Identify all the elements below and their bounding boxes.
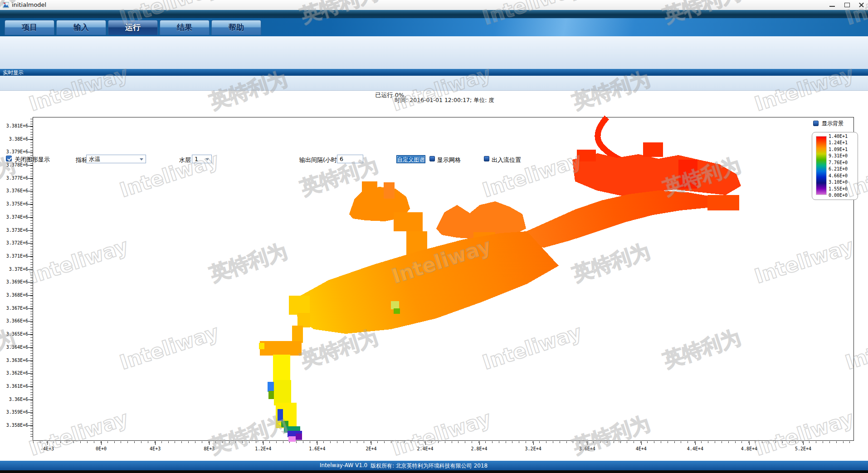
y-tick-mark xyxy=(28,295,33,296)
bottom-strip xyxy=(0,470,868,473)
x-axis-minor-ticks xyxy=(33,441,853,443)
x-tick-mark xyxy=(263,441,263,445)
window-title: initialmodel xyxy=(12,1,46,8)
x-tick-mark xyxy=(317,441,317,445)
y-tick-mark xyxy=(28,386,33,387)
app-window: initialmodel 项目输入运行结果帮助 环评/预警 运行模型 已运行 0… xyxy=(0,0,868,473)
y-tick-label: 3.364E+6 xyxy=(2,345,28,350)
legend-value: 1.09E+1 xyxy=(829,147,856,152)
y-tick-label: 3.361E+6 xyxy=(2,384,28,389)
y-tick-label: 3.381E+6 xyxy=(2,123,28,128)
y-tick-label: 3.36E+6 xyxy=(2,397,28,402)
x-tick-mark xyxy=(209,441,210,445)
y-tick-mark xyxy=(28,178,33,179)
tab-project[interactable]: 项目 xyxy=(5,20,54,35)
x-tick-label: 4E+3 xyxy=(139,446,171,451)
realtime-section-title: 实时显示 xyxy=(3,69,24,76)
x-tick-label: -4E+3 xyxy=(31,446,63,451)
y-tick-mark xyxy=(28,321,33,322)
top-band xyxy=(0,10,868,18)
y-tick-label: 3.376E+6 xyxy=(2,188,28,193)
realtime-controls-row: 关闭图形显示 指标 水温 水层 1 输出间隔(小时) 6 自定义图谱 显示网格 … xyxy=(0,76,868,91)
x-tick-mark xyxy=(47,441,48,445)
y-tick-mark xyxy=(28,282,33,283)
legend-value: 1.40E+1 xyxy=(829,134,856,139)
x-tick-mark xyxy=(425,441,426,445)
y-tick-mark xyxy=(28,230,33,231)
legend-color-scale xyxy=(816,136,827,195)
run-toolbar: 运行模型 已运行 0%。 暂停运行 终止运行 错误信息 xyxy=(0,36,868,69)
y-tick-mark xyxy=(28,256,33,257)
simulation-time-label: 时间: 2016-01-01 12:00:17; 单位: 度 xyxy=(354,97,535,104)
y-tick-mark xyxy=(28,165,33,166)
x-tick-label: 5.2E+4 xyxy=(787,446,819,451)
y-tick-mark xyxy=(28,347,33,348)
y-tick-mark xyxy=(28,152,33,152)
legend-value: 3.10E+0 xyxy=(829,180,856,185)
y-tick-mark xyxy=(28,334,33,335)
y-axis-minor-ticks xyxy=(30,119,33,439)
legend-value: 6.21E+0 xyxy=(829,166,856,171)
tab-input[interactable]: 输入 xyxy=(56,20,106,35)
y-tick-mark xyxy=(28,308,33,309)
x-tick-label: 2.8E+4 xyxy=(463,446,495,451)
x-tick-label: 1.6E+4 xyxy=(301,446,333,451)
y-tick-label: 3.373E+6 xyxy=(2,228,28,233)
y-tick-label: 3.374E+6 xyxy=(2,215,28,219)
y-tick-mark xyxy=(28,412,33,413)
x-tick-label: 1.2E+4 xyxy=(247,446,279,451)
close-icon[interactable] xyxy=(854,0,868,10)
x-tick-label: 2E+4 xyxy=(355,446,387,451)
y-tick-label: 3.378E+6 xyxy=(2,162,28,167)
x-tick-label: 0E+0 xyxy=(85,446,117,451)
legend-value: 4.66E+0 xyxy=(829,173,856,178)
legend-value: 9.31E+0 xyxy=(829,153,856,158)
y-tick-label: 3.362E+6 xyxy=(2,371,28,375)
tab-help[interactable]: 帮助 xyxy=(211,20,261,35)
tab-run[interactable]: 运行 xyxy=(108,20,158,35)
title-bar: initialmodel xyxy=(0,0,868,10)
tab-bar: 项目输入运行结果帮助 环评/预警 xyxy=(0,18,868,36)
y-tick-mark xyxy=(28,126,33,127)
y-tick-label: 3.371E+6 xyxy=(2,254,28,258)
minimize-icon[interactable] xyxy=(825,0,839,10)
y-tick-mark xyxy=(28,191,33,191)
y-tick-label: 3.369E+6 xyxy=(2,279,28,284)
y-tick-label: 3.359E+6 xyxy=(2,410,28,414)
legend-value: 1.24E+1 xyxy=(829,140,856,145)
legend-value: 1.55E+0 xyxy=(829,186,856,191)
y-tick-label: 3.379E+6 xyxy=(2,149,28,154)
app-version-text: Intelway-AW V1.0 xyxy=(320,462,367,468)
x-tick-mark xyxy=(749,441,750,445)
y-tick-label: 3.372E+6 xyxy=(2,240,28,245)
show-background-checkbox[interactable] xyxy=(813,121,819,126)
y-tick-mark xyxy=(28,269,33,270)
close-graphics-checkbox[interactable] xyxy=(6,156,12,161)
realtime-section-bar: 实时显示 xyxy=(0,69,868,76)
x-tick-mark xyxy=(587,441,588,445)
y-tick-mark xyxy=(28,217,33,218)
x-tick-mark xyxy=(371,441,371,445)
y-tick-label: 3.367E+6 xyxy=(2,306,28,311)
x-tick-label: 2.4E+4 xyxy=(410,446,441,451)
x-tick-label: 4.4E+4 xyxy=(679,446,711,451)
app-icon xyxy=(3,2,9,8)
y-tick-mark xyxy=(28,425,33,426)
maximize-icon[interactable] xyxy=(840,0,853,10)
y-tick-label: 3.37E+6 xyxy=(2,267,28,272)
y-tick-label: 3.375E+6 xyxy=(2,201,28,206)
y-tick-mark xyxy=(28,139,33,140)
x-tick-mark xyxy=(695,441,696,445)
y-tick-mark xyxy=(28,204,33,205)
copyright-text: 版权所有: 北京英特利为环境科技有限公司 2018 xyxy=(371,462,488,470)
x-tick-mark xyxy=(155,441,156,445)
x-tick-label: 8E+3 xyxy=(193,446,225,451)
tab-results[interactable]: 结果 xyxy=(160,20,210,35)
y-tick-label: 3.368E+6 xyxy=(2,293,28,297)
x-tick-label: 4E+4 xyxy=(625,446,657,451)
y-tick-mark xyxy=(28,373,33,374)
y-tick-label: 3.366E+6 xyxy=(2,318,28,323)
y-tick-label: 3.38E+6 xyxy=(2,137,28,141)
plot-area xyxy=(33,117,854,441)
x-tick-label: 3.6E+4 xyxy=(571,446,603,451)
